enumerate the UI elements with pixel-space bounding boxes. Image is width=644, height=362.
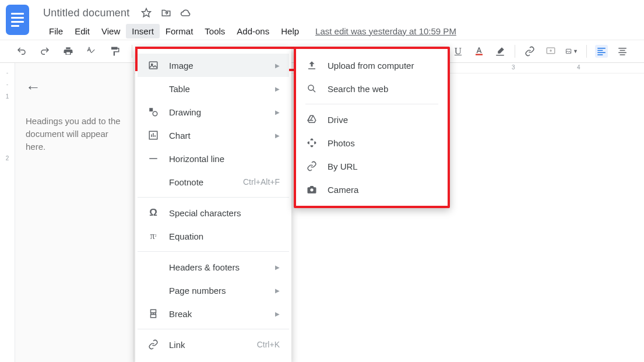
last-edit-link[interactable]: Last edit was yesterday at 10:59 PM (315, 26, 456, 36)
link-icon (147, 338, 160, 351)
insert-chart-item[interactable]: Chart ▶ (138, 124, 289, 147)
menu-file[interactable]: File (43, 24, 69, 38)
docs-logo[interactable] (6, 5, 29, 35)
table-icon (147, 82, 160, 95)
image-submenu-dropdown: Upload from computer Search the web Driv… (294, 47, 450, 208)
equation-icon: π² (147, 230, 160, 242)
menu-item-label: Headers & footers (169, 262, 275, 272)
menu-item-label: Table (169, 84, 275, 94)
add-comment-icon[interactable] (544, 45, 557, 58)
submenu-arrow-icon: ▶ (275, 109, 280, 115)
blank-icon (147, 284, 160, 297)
image-photos-item[interactable]: Photos (296, 131, 448, 154)
underline-icon[interactable]: U (452, 45, 464, 58)
menu-item-label: Page numbers (169, 286, 275, 296)
drawing-icon (147, 106, 160, 118)
image-camera-item[interactable]: Camera (296, 178, 448, 201)
outline-collapse-icon[interactable]: ← (26, 78, 123, 96)
menu-edit[interactable]: Edit (69, 24, 96, 38)
menu-addons[interactable]: Add-ons (231, 24, 275, 38)
insert-page-numbers-item[interactable]: Page numbers ▶ (138, 279, 289, 302)
photos-icon (305, 136, 318, 149)
svg-rect-6 (149, 108, 153, 111)
menu-tools[interactable]: Tools (199, 24, 231, 38)
chart-icon (147, 129, 160, 142)
image-icon (147, 59, 160, 72)
insert-footnote-item[interactable]: Footnote Ctrl+Alt+F (138, 170, 289, 194)
align-left-icon[interactable] (595, 45, 608, 58)
vertical-ruler: -- 1 2 (0, 63, 15, 362)
svg-point-7 (153, 111, 157, 116)
insert-headers-footers-item[interactable]: Headers & footers ▶ (138, 255, 289, 279)
menu-item-label: Chart (169, 131, 275, 140)
url-icon (305, 160, 318, 173)
insert-link-icon[interactable] (523, 45, 536, 58)
menu-view[interactable]: View (96, 24, 126, 38)
redo-icon[interactable] (38, 45, 51, 58)
insert-drawing-item[interactable]: Drawing ▶ (138, 100, 289, 124)
menu-item-label: Upload from computer (328, 61, 438, 71)
menu-help[interactable]: Help (275, 24, 305, 38)
star-icon[interactable] (140, 6, 153, 19)
menu-item-label: Image (169, 61, 275, 71)
insert-image-item[interactable]: Image ▶ (138, 54, 289, 77)
insert-image-icon[interactable]: ▼ (565, 45, 578, 58)
upload-icon (305, 59, 318, 72)
menu-item-label: Link (169, 340, 257, 350)
text-color-icon[interactable] (473, 45, 485, 58)
insert-break-item[interactable]: Break ▶ (138, 302, 289, 325)
outline-panel: ← Headings you add to the document will … (15, 63, 134, 362)
highlight-color-icon[interactable] (494, 45, 506, 58)
svg-point-12 (308, 85, 314, 90)
menu-separator (305, 104, 438, 104)
submenu-arrow-icon: ▶ (275, 287, 280, 294)
menu-item-label: By URL (328, 161, 438, 171)
menu-item-label: Footnote (169, 177, 243, 187)
menu-item-label: Equation (169, 231, 280, 241)
insert-link-item[interactable]: Link Ctrl+K (138, 333, 289, 356)
header: Untitled document File Edit View Insert … (0, 0, 644, 40)
svg-point-13 (310, 188, 313, 191)
menu-insert[interactable]: Insert (126, 24, 160, 38)
menu-item-label: Special characters (169, 208, 280, 218)
search-icon (305, 82, 318, 95)
insert-equation-item[interactable]: π² Equation (138, 224, 289, 248)
cloud-status-icon[interactable] (180, 6, 192, 19)
image-drive-item[interactable]: Drive (296, 108, 448, 131)
outline-hint-text: Headings you add to the document will ap… (26, 115, 123, 153)
menu-format[interactable]: Format (160, 24, 199, 38)
menu-separator (138, 251, 289, 252)
menu-item-label: Search the web (328, 84, 438, 94)
menu-separator (138, 197, 289, 198)
align-center-icon[interactable] (616, 45, 629, 58)
submenu-arrow-icon: ▶ (275, 132, 280, 139)
camera-icon (305, 183, 318, 196)
insert-horizontal-line-item[interactable]: Horizontal line (138, 147, 289, 170)
paint-format-icon[interactable] (108, 45, 121, 58)
svg-rect-1 (476, 54, 483, 55)
insert-table-item[interactable]: Table ▶ (138, 77, 289, 100)
hr-icon (147, 152, 160, 165)
print-icon[interactable] (62, 45, 75, 58)
document-title[interactable]: Untitled document (43, 7, 129, 19)
svg-rect-4 (149, 62, 157, 69)
menu-item-label: Horizontal line (169, 154, 280, 164)
menu-item-label: Photos (328, 138, 438, 148)
svg-point-9 (151, 314, 152, 314)
image-upload-item[interactable]: Upload from computer (296, 54, 448, 77)
drive-icon (305, 113, 318, 126)
spellcheck-icon[interactable] (85, 45, 98, 58)
insert-special-characters-item[interactable]: Ω Special characters (138, 201, 289, 224)
image-search-web-item[interactable]: Search the web (296, 77, 448, 100)
menu-item-label: Camera (328, 185, 438, 195)
menu-separator (138, 329, 289, 329)
image-by-url-item[interactable]: By URL (296, 154, 448, 178)
svg-point-10 (153, 314, 154, 314)
omega-icon: Ω (147, 206, 160, 219)
move-folder-icon[interactable] (160, 6, 173, 19)
undo-icon[interactable] (15, 45, 28, 58)
submenu-arrow-icon: ▶ (275, 86, 280, 92)
menu-item-shortcut: Ctrl+K (257, 340, 280, 349)
blank-icon (147, 175, 160, 188)
blank-icon (147, 261, 160, 273)
